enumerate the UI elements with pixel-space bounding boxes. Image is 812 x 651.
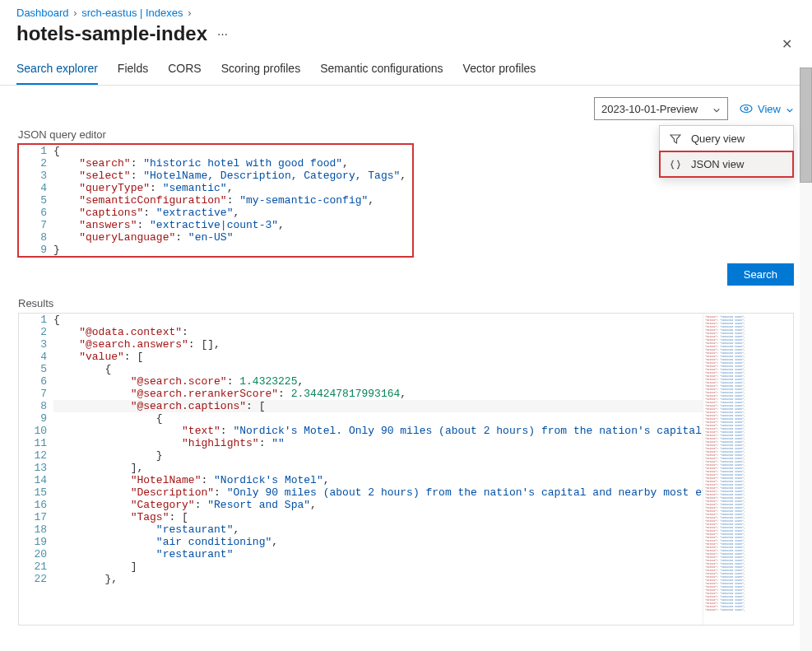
line-number: 21 [19, 560, 53, 573]
code-line: "@odata.context": [53, 326, 703, 338]
tab-scoring-profiles[interactable]: Scoring profiles [221, 53, 301, 85]
menu-item-query-view[interactable]: Query view [660, 126, 793, 151]
code-line: "Category": "Resort and Spa", [53, 499, 703, 511]
line-number: 9 [19, 244, 53, 256]
line-number: 11 [19, 437, 53, 449]
filter-icon [670, 133, 683, 145]
code-line: ] [53, 560, 703, 573]
line-number: 6 [19, 207, 53, 219]
tab-fields[interactable]: Fields [118, 53, 148, 85]
results-viewer[interactable]: 1{2 "@odata.context":3 "@search.answers"… [19, 314, 703, 625]
line-number: 4 [19, 182, 53, 194]
code-line: "text": "Nordick's Motel. Only 90 miles … [53, 425, 703, 437]
code-line: "captions": "extractive", [53, 207, 412, 219]
line-number: 8 [19, 231, 53, 244]
line-number: 5 [19, 363, 53, 375]
scrollbar-thumb[interactable] [800, 67, 812, 183]
json-query-editor[interactable]: 1{2 "search": "historic hotel with good … [18, 144, 413, 257]
code-line: { [53, 363, 703, 375]
code-line: "Description": "Only 90 miles (about 2 h… [53, 486, 703, 499]
page-title: hotels-sample-index [16, 22, 207, 45]
code-line: } [53, 244, 412, 256]
code-line: "restaurant", [53, 523, 703, 536]
view-button-label: View [758, 103, 781, 115]
breadcrumb-link[interactable]: srch-eastus | Indexes [81, 7, 183, 19]
api-version-dropdown[interactable]: 2023-10-01-Preview [594, 97, 728, 120]
line-number: 6 [19, 375, 53, 388]
svg-point-0 [740, 105, 752, 113]
code-line: "Tags": [ [53, 511, 703, 523]
line-number: 13 [19, 462, 53, 474]
line-number: 3 [19, 170, 53, 182]
braces-icon [670, 159, 683, 170]
line-number: 16 [19, 499, 53, 511]
line-number: 15 [19, 486, 53, 499]
code-line: "semanticConfiguration": "my-semantic-co… [53, 194, 412, 207]
line-number: 10 [19, 425, 53, 437]
code-line: "search": "historic hotel with good food… [53, 157, 412, 170]
code-line: "highlights": "" [53, 437, 703, 449]
line-number: 12 [19, 449, 53, 462]
svg-point-1 [745, 107, 748, 110]
chevron-right-icon: › [188, 7, 191, 19]
view-button[interactable]: View [740, 103, 794, 115]
code-line: "restaurant" [53, 548, 703, 560]
line-number: 17 [19, 511, 53, 523]
line-number: 2 [19, 326, 53, 338]
code-line: "answers": "extractive|count-3", [53, 219, 412, 231]
breadcrumb: Dashboard › srch-eastus | Indexes › [0, 0, 812, 22]
code-line: "select": "HotelName, Description, Categ… [53, 170, 413, 182]
line-number: 8 [19, 400, 53, 412]
code-line: "@search.score": 1.4323225, [53, 375, 703, 388]
code-line: { [53, 412, 703, 425]
code-line: ], [53, 462, 703, 474]
code-line: "HotelName": "Nordick's Motel", [53, 474, 703, 486]
eye-icon [740, 103, 753, 114]
code-line: "queryLanguage": "en-US" [53, 231, 412, 244]
code-line: }, [53, 573, 703, 585]
line-number: 7 [19, 388, 53, 400]
line-number: 5 [19, 194, 53, 207]
search-button[interactable]: Search [727, 263, 794, 286]
tab-semantic-configurations[interactable]: Semantic configurations [320, 53, 443, 85]
more-icon[interactable]: ⋯ [217, 28, 228, 40]
line-number: 18 [19, 523, 53, 536]
line-number: 3 [19, 338, 53, 351]
line-number: 22 [19, 573, 53, 585]
line-number: 2 [19, 157, 53, 170]
code-line: "queryType": "semantic", [53, 182, 412, 194]
tab-vector-profiles[interactable]: Vector profiles [463, 53, 536, 85]
line-number: 1 [19, 145, 53, 157]
chevron-down-icon [712, 105, 721, 113]
api-version-value: 2023-10-01-Preview [601, 103, 698, 115]
code-line: } [53, 449, 703, 462]
results-label: Results [0, 292, 812, 313]
scrollbar[interactable] [800, 67, 812, 651]
breadcrumb-link[interactable]: Dashboard [16, 7, 69, 19]
chevron-down-icon [786, 105, 794, 113]
view-menu: Query view JSON view [659, 125, 794, 178]
code-line: { [53, 314, 703, 326]
line-number: 4 [19, 351, 53, 363]
menu-item-label: Query view [691, 133, 745, 145]
line-number: 20 [19, 548, 53, 560]
line-number: 19 [19, 536, 53, 548]
line-number: 9 [19, 412, 53, 425]
line-number: 14 [19, 474, 53, 486]
tab-cors[interactable]: CORS [168, 53, 201, 85]
chevron-right-icon: › [73, 7, 77, 19]
code-line: "air conditioning", [53, 536, 703, 548]
code-line: "value": [ [53, 351, 703, 363]
menu-item-json-view[interactable]: JSON view [660, 151, 793, 177]
line-number: 7 [19, 219, 53, 231]
code-line: "@search.captions": [ [53, 400, 703, 412]
menu-item-label: JSON view [691, 158, 744, 170]
tab-search-explorer[interactable]: Search explorer [16, 53, 98, 85]
tabs: Search explorerFieldsCORSScoring profile… [0, 53, 812, 86]
line-number: 1 [19, 314, 53, 326]
close-icon[interactable]: ✕ [782, 36, 792, 52]
code-line: "@search.rerankerScore": 2.3442478179931… [53, 388, 703, 400]
minimap[interactable]: "xxxxxx": "xxxxxxxx xxxxx","xxxxxx": "xx… [703, 314, 793, 625]
code-line: { [53, 145, 412, 157]
code-line: "@search.answers": [], [53, 338, 703, 351]
